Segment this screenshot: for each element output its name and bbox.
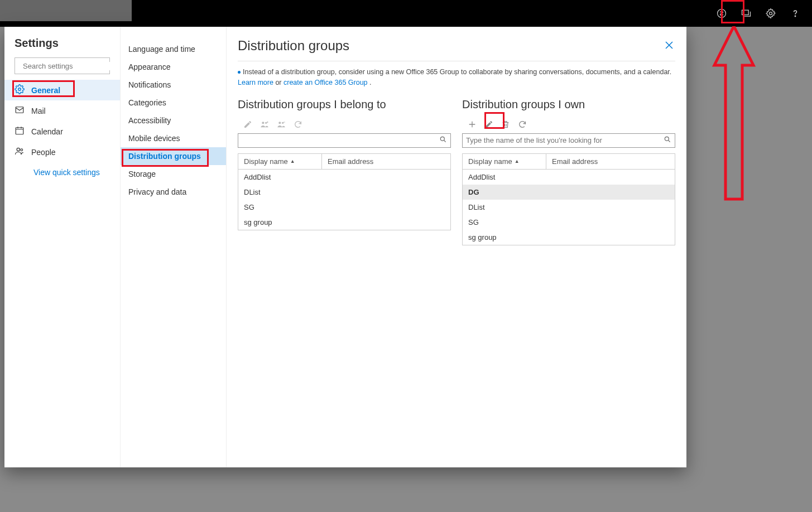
svg-point-8 bbox=[17, 148, 20, 151]
dg-own-header: Display name▲ Email address bbox=[462, 153, 675, 170]
search-icon[interactable] bbox=[439, 136, 447, 146]
col-display-name[interactable]: Display name▲ bbox=[238, 154, 322, 169]
page-title: Distribution groups bbox=[238, 38, 349, 54]
list-item[interactable]: DList bbox=[463, 200, 675, 215]
dg-belong-list: AddDlistDListSGsg group bbox=[238, 170, 451, 230]
settings-content: Distribution groups Instead of a distrib… bbox=[227, 27, 686, 467]
dg-belong-header: Display name▲ Email address bbox=[238, 153, 451, 170]
dg-own-search[interactable] bbox=[462, 133, 675, 148]
nav-calendar[interactable]: Calendar bbox=[4, 121, 120, 142]
annotation-box-distgroups bbox=[122, 149, 209, 167]
refresh-icon[interactable] bbox=[518, 120, 527, 129]
nav2-notifications[interactable]: Notifications bbox=[121, 76, 226, 94]
bullet-icon bbox=[238, 71, 241, 74]
list-item[interactable]: SG bbox=[238, 200, 450, 215]
dg-own-title: Distribution groups I own bbox=[462, 98, 675, 111]
settings-nav-secondary: Language and timeAppearanceNotifications… bbox=[121, 27, 227, 467]
annotation-box-edit bbox=[484, 112, 505, 129]
list-item[interactable]: sg group bbox=[463, 230, 675, 245]
svg-point-11 bbox=[265, 122, 267, 123]
svg-point-9 bbox=[21, 149, 23, 151]
browser-tab-stub bbox=[0, 0, 132, 21]
learn-more-link[interactable]: Learn more bbox=[238, 79, 273, 86]
edit-icon[interactable] bbox=[243, 120, 252, 129]
search-settings-input[interactable] bbox=[23, 62, 117, 70]
sort-asc-icon: ▲ bbox=[515, 158, 520, 164]
nav2-language-and-time[interactable]: Language and time bbox=[121, 40, 226, 58]
nav-people[interactable]: People bbox=[4, 142, 120, 162]
nav-label: Calendar bbox=[31, 127, 63, 136]
settings-title: Settings bbox=[4, 37, 120, 57]
dg-own-list: AddDlistDGDListSGsg group bbox=[462, 170, 675, 245]
mail-icon bbox=[15, 105, 25, 117]
nav2-categories[interactable]: Categories bbox=[121, 94, 226, 112]
nav2-privacy-and-data[interactable]: Privacy and data bbox=[121, 183, 226, 201]
dg-belong-search[interactable] bbox=[238, 133, 451, 148]
sort-asc-icon: ▲ bbox=[290, 158, 295, 164]
dg-belong-title: Distribution groups I belong to bbox=[238, 98, 451, 111]
create-group-link[interactable]: create an Office 365 Group bbox=[284, 79, 368, 86]
list-item[interactable]: AddDlist bbox=[238, 170, 450, 185]
dg-belong-toolbar bbox=[238, 120, 451, 129]
svg-point-14 bbox=[440, 137, 444, 141]
nav2-storage[interactable]: Storage bbox=[121, 165, 226, 183]
dg-own-search-input[interactable] bbox=[466, 136, 664, 144]
join-group-icon[interactable] bbox=[260, 120, 269, 129]
annotation-box-general bbox=[12, 80, 75, 97]
annotation-arrow bbox=[712, 26, 756, 205]
dg-belong-search-input[interactable] bbox=[242, 136, 439, 144]
add-icon[interactable] bbox=[468, 120, 477, 129]
nav2-accessibility[interactable]: Accessibility bbox=[121, 112, 226, 129]
svg-point-3 bbox=[795, 16, 795, 16]
settings-panel: Settings GeneralMailCalendarPeople View … bbox=[4, 27, 686, 467]
search-settings-wrap[interactable] bbox=[15, 57, 110, 74]
calendar-icon bbox=[15, 125, 25, 137]
nav-label: People bbox=[31, 148, 56, 157]
annotation-box-gear bbox=[721, 0, 744, 23]
svg-point-2 bbox=[770, 12, 772, 15]
list-item[interactable]: sg group bbox=[238, 215, 450, 230]
refresh-icon[interactable] bbox=[294, 120, 302, 129]
svg-point-10 bbox=[262, 122, 264, 124]
svg-point-13 bbox=[282, 122, 284, 123]
col-display-name[interactable]: Display name▲ bbox=[463, 154, 546, 169]
leave-group-icon[interactable] bbox=[277, 120, 286, 129]
svg-rect-7 bbox=[16, 128, 23, 134]
list-item[interactable]: SG bbox=[463, 215, 675, 230]
nav2-mobile-devices[interactable]: Mobile devices bbox=[121, 129, 226, 147]
tip-text: Instead of a distribution group, conside… bbox=[243, 68, 671, 76]
col-email[interactable]: Email address bbox=[322, 154, 450, 169]
view-quick-settings-link[interactable]: View quick settings bbox=[4, 162, 120, 182]
col-email[interactable]: Email address bbox=[546, 154, 675, 169]
nav2-appearance[interactable]: Appearance bbox=[121, 58, 226, 76]
list-item[interactable]: AddDlist bbox=[463, 170, 675, 185]
search-icon[interactable] bbox=[664, 136, 671, 146]
list-item[interactable]: DList bbox=[238, 185, 450, 200]
gear-icon[interactable] bbox=[758, 0, 783, 27]
people-icon bbox=[15, 146, 25, 158]
dg-belong-section: Distribution groups I belong to Display … bbox=[238, 98, 451, 245]
nav-mail[interactable]: Mail bbox=[4, 100, 120, 121]
help-icon[interactable] bbox=[783, 0, 808, 27]
list-item[interactable]: DG bbox=[463, 185, 675, 200]
svg-point-12 bbox=[278, 122, 281, 124]
info-tip: Instead of a distribution group, conside… bbox=[238, 67, 675, 88]
close-button[interactable] bbox=[663, 38, 675, 54]
svg-rect-6 bbox=[16, 107, 23, 113]
svg-point-15 bbox=[665, 137, 669, 141]
nav-label: Mail bbox=[31, 107, 46, 115]
